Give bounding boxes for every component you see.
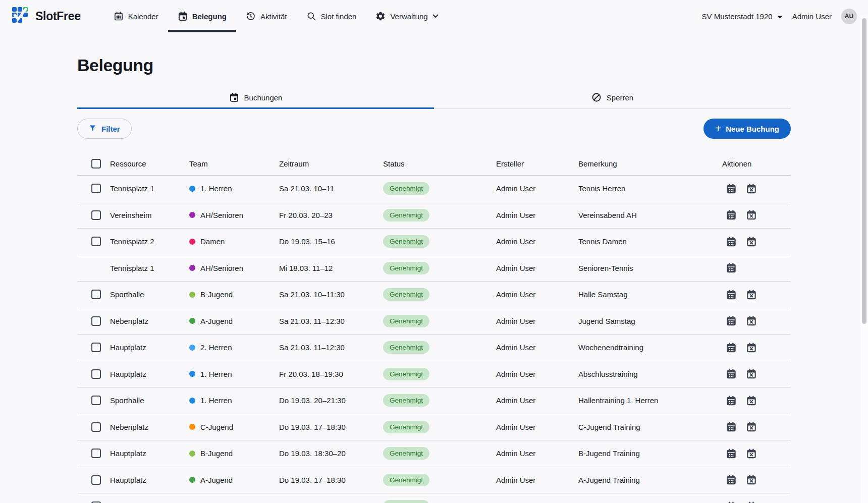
cancel-booking-button[interactable] bbox=[746, 315, 757, 326]
row-checkbox[interactable] bbox=[91, 449, 101, 458]
tab-label: Sperren bbox=[607, 93, 633, 102]
cancel-booking-button[interactable] bbox=[746, 395, 757, 406]
filter-button[interactable]: Filter bbox=[77, 119, 132, 139]
cancel-booking-button[interactable] bbox=[746, 289, 757, 300]
team-cell: 1. Herren bbox=[189, 370, 279, 378]
row-checkbox[interactable] bbox=[91, 343, 101, 352]
resource-cell: Sporthalle bbox=[110, 290, 189, 299]
bemerkung-cell: Abschlusstraining bbox=[578, 370, 719, 378]
cancel-booking-button[interactable] bbox=[746, 236, 757, 247]
row-checkbox[interactable] bbox=[91, 184, 101, 193]
table-row: Tennisplatz 2 Damen Do 19.03. 15–16 Gene… bbox=[77, 229, 791, 255]
slotfree-logo-icon bbox=[11, 6, 29, 26]
toolbar: Filter + Neue Buchung bbox=[77, 119, 791, 139]
edit-booking-button[interactable] bbox=[726, 315, 737, 326]
edit-booking-button[interactable] bbox=[726, 395, 737, 406]
table-header: Ressource Team Zeitraum Status Ersteller… bbox=[77, 152, 791, 176]
aktionen-cell bbox=[719, 183, 791, 194]
status-cell: Genehmigt bbox=[383, 447, 496, 460]
edit-booking-button[interactable] bbox=[726, 342, 737, 353]
cancel-booking-button[interactable] bbox=[746, 368, 757, 379]
bemerkung-cell: Wochenendtraining bbox=[578, 343, 719, 352]
nav-item-label: Aktivität bbox=[260, 12, 287, 21]
row-checkbox[interactable] bbox=[91, 369, 101, 379]
status-cell: Genehmigt bbox=[383, 368, 496, 380]
calendar-dots-icon bbox=[726, 400, 737, 408]
calendar-dots-icon bbox=[726, 294, 737, 302]
edit-booking-button[interactable] bbox=[726, 448, 737, 459]
nav-item-belegung[interactable]: Belegung bbox=[168, 0, 236, 32]
status-cell: Genehmigt bbox=[383, 394, 496, 407]
row-checkbox[interactable] bbox=[91, 290, 101, 299]
edit-booking-button[interactable] bbox=[726, 262, 737, 273]
avatar[interactable]: AU bbox=[841, 9, 857, 24]
cancel-booking-button[interactable] bbox=[746, 474, 757, 485]
zeitraum-cell: Do 19.03. 17–18:30 bbox=[279, 423, 383, 431]
team-color-dot bbox=[189, 345, 195, 351]
ersteller-cell: Admin User bbox=[496, 317, 578, 325]
status-badge: Genehmigt bbox=[383, 288, 429, 301]
bemerkung-cell: Vereinsabend AH bbox=[578, 211, 719, 219]
calendar-x-icon bbox=[746, 453, 757, 461]
select-all-checkbox[interactable] bbox=[91, 159, 101, 169]
nav-item-kalender[interactable]: Kalender bbox=[104, 0, 168, 32]
calendar-dots-icon bbox=[726, 320, 737, 328]
filter-label: Filter bbox=[101, 125, 120, 133]
resource-cell: Hauptplatz bbox=[110, 449, 189, 458]
tab-sperren[interactable]: Sperren bbox=[434, 87, 791, 109]
bemerkung-cell: Senioren-Tennis bbox=[578, 264, 719, 272]
nav-item-verwaltung[interactable]: Verwaltung bbox=[366, 0, 448, 32]
row-checkbox[interactable] bbox=[91, 475, 101, 485]
edit-booking-button[interactable] bbox=[726, 289, 737, 300]
cancel-booking-button[interactable] bbox=[746, 342, 757, 353]
ersteller-cell: Admin User bbox=[496, 211, 578, 219]
team-cell: Damen bbox=[189, 237, 279, 246]
navbar-right: SV Musterstadt 1920 Admin User AU bbox=[702, 0, 857, 32]
team-cell: C-Jugend bbox=[189, 423, 279, 431]
edit-booking-button[interactable] bbox=[726, 209, 737, 220]
edit-booking-button[interactable] bbox=[726, 368, 737, 379]
edit-booking-button[interactable] bbox=[726, 501, 737, 503]
calendar-dots-icon bbox=[726, 373, 737, 381]
cancel-booking-button[interactable] bbox=[746, 421, 757, 432]
team-label: A-Jugend bbox=[200, 317, 233, 325]
resource-cell: Hauptplatz bbox=[110, 343, 189, 352]
status-cell: Genehmigt bbox=[383, 235, 496, 248]
filter-icon bbox=[89, 124, 96, 133]
row-checkbox[interactable] bbox=[91, 210, 101, 220]
brand[interactable]: SlotFree bbox=[11, 0, 81, 32]
cancel-booking-button[interactable] bbox=[746, 501, 757, 503]
cancel-booking-button[interactable] bbox=[746, 448, 757, 459]
scrollbar-thumb[interactable] bbox=[862, 18, 866, 324]
status-cell: Genehmigt bbox=[383, 288, 496, 301]
ban-icon bbox=[591, 92, 602, 102]
row-checkbox[interactable] bbox=[91, 237, 101, 246]
cancel-booking-button[interactable] bbox=[746, 209, 757, 220]
edit-booking-button[interactable] bbox=[726, 474, 737, 485]
team-color-dot bbox=[189, 398, 195, 404]
status-badge: Genehmigt bbox=[383, 209, 429, 221]
calendar-x-icon bbox=[746, 426, 757, 434]
nav-item-aktivitaet[interactable]: Aktivität bbox=[236, 0, 297, 32]
cancel-booking-button[interactable] bbox=[746, 183, 757, 194]
club-selector[interactable]: SV Musterstadt 1920 bbox=[702, 12, 783, 21]
table-row: Sporthalle B-Jugend Sa 21.03. 10–11:30 G… bbox=[77, 282, 791, 308]
edit-booking-button[interactable] bbox=[726, 236, 737, 247]
edit-booking-button[interactable] bbox=[726, 421, 737, 432]
calendar-dots-icon bbox=[726, 188, 737, 196]
new-booking-button[interactable]: + Neue Buchung bbox=[703, 119, 791, 139]
nav-item-label: Slot finden bbox=[321, 12, 357, 21]
edit-booking-button[interactable] bbox=[726, 183, 737, 194]
table-row: Hauptplatz A-Jugend Do 19.03. 17–18:30 G… bbox=[77, 467, 791, 494]
row-checkbox[interactable] bbox=[91, 316, 101, 326]
calendar-dots-icon bbox=[726, 347, 737, 355]
vertical-scrollbar[interactable] bbox=[860, 15, 868, 503]
row-checkbox[interactable] bbox=[91, 396, 101, 405]
user-name[interactable]: Admin User bbox=[792, 12, 832, 21]
bemerkung-cell: C-Jugend Training bbox=[578, 423, 719, 431]
row-checkbox[interactable] bbox=[91, 422, 101, 432]
team-color-dot bbox=[189, 451, 195, 457]
tab-buchungen[interactable]: Buchungen bbox=[77, 87, 434, 109]
column-header-zeitraum: Zeitraum bbox=[279, 159, 383, 168]
nav-item-slot-finden[interactable]: Slot finden bbox=[297, 0, 366, 32]
